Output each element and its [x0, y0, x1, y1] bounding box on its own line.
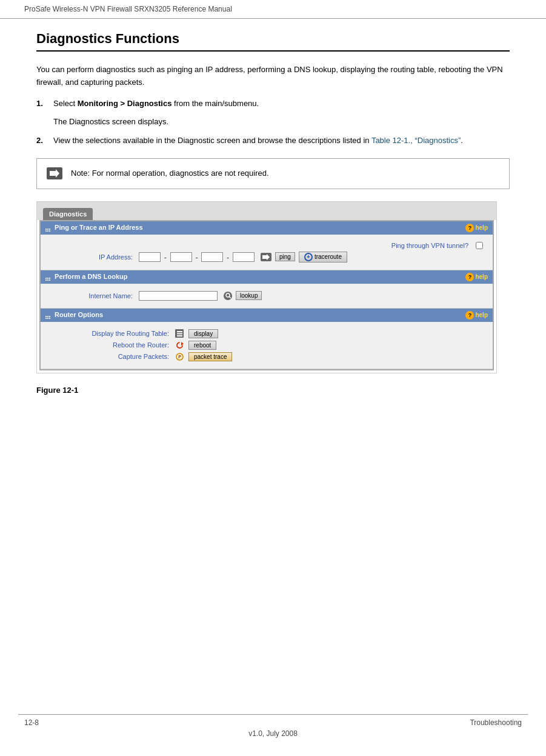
footer-left: 12-8 — [24, 718, 39, 727]
page-header: ProSafe Wireless-N VPN Firewall SRXN3205… — [0, 0, 546, 19]
display-table-icon — [175, 329, 184, 338]
header-title: ProSafe Wireless-N VPN Firewall SRXN3205… — [24, 5, 232, 13]
section2-body: Internet Name: lookup — [41, 284, 493, 309]
ip-octet-3[interactable] — [201, 252, 223, 262]
internet-name-label: Internet Name: — [50, 292, 135, 299]
note-icon — [47, 167, 62, 179]
section1-help[interactable]: ? help — [465, 224, 488, 232]
display-button[interactable]: display — [188, 329, 218, 338]
section2-help-icon: ? — [465, 273, 474, 281]
packet-trace-button[interactable]: packet trace — [188, 352, 232, 361]
svg-rect-6 — [177, 335, 182, 336]
section1-header: Ping or Trace an IP Address ? help — [41, 221, 493, 235]
section1-title: Ping or Trace an IP Address — [45, 224, 143, 232]
internet-name-row: Internet Name: lookup — [50, 291, 483, 301]
svg-line-3 — [229, 296, 231, 298]
step-1-content: Select Monitoring > Diagnostics from the… — [53, 98, 510, 110]
routing-table-label: Display the Routing Table: — [50, 330, 171, 337]
section1-dots-icon — [45, 229, 50, 232]
step-1: 1. Select Monitoring > Diagnostics from … — [36, 98, 510, 110]
ip-octet-2[interactable] — [170, 252, 192, 262]
ip-address-row: IP Address: - - - ping — [50, 252, 483, 263]
figure-caption: Figure 12-1 — [36, 386, 510, 395]
diagnostics-panel: Ping or Trace an IP Address ? help Ping … — [39, 220, 494, 370]
internet-name-input[interactable] — [139, 291, 218, 301]
routing-table-row: Display the Routing Table: display — [50, 329, 483, 338]
section1-help-icon: ? — [465, 224, 474, 232]
step-2-link[interactable]: Table 12-1., “Diagnostics” — [371, 136, 461, 145]
note-box: Note: For normal operation, diagnostics … — [36, 158, 510, 189]
diagnostics-screenshot: Diagnostics Ping or Trace an IP Address … — [36, 201, 497, 373]
reboot-label: Reboot the Router: — [50, 341, 171, 349]
svg-rect-4 — [177, 331, 182, 332]
page-content: Diagnostics Functions You can perform di… — [0, 19, 546, 441]
section2-help[interactable]: ? help — [465, 273, 488, 281]
section2-dots-icon — [45, 278, 50, 281]
capture-label: Capture Packets: — [50, 353, 171, 360]
packet-icon: P — [175, 352, 184, 361]
lookup-search-icon — [224, 292, 232, 300]
lookup-button[interactable]: lookup — [236, 291, 262, 300]
section3-body: Display the Routing Table: display Reboo… — [41, 322, 493, 369]
traceroute-button[interactable]: + traceroute — [299, 252, 347, 263]
traceroute-icon: + — [304, 253, 313, 261]
svg-rect-5 — [177, 333, 182, 334]
ping-arrow-icon — [261, 253, 271, 261]
section3-dots-icon — [45, 316, 50, 319]
footer-center: v1.0, July 2008 — [248, 729, 298, 738]
ip-octet-4[interactable] — [233, 252, 255, 262]
svg-marker-1 — [262, 254, 270, 260]
capture-packets-row: Capture Packets: P packet trace — [50, 352, 483, 361]
footer: 12-8 Troubleshooting v1.0, July 2008 — [0, 714, 546, 738]
section3-header: Router Options ? help — [41, 309, 493, 322]
step-2-num: 2. — [36, 135, 48, 147]
step-2-content: View the selections available in the Dia… — [53, 135, 510, 147]
step-1-num: 1. — [36, 98, 48, 110]
section3-help-icon: ? — [465, 311, 474, 319]
section3-title: Router Options — [45, 311, 103, 319]
step-2: 2. View the selections available in the … — [36, 135, 510, 147]
section1-body: Ping through VPN tunnel? IP Address: - -… — [41, 235, 493, 270]
section3-help[interactable]: ? help — [465, 311, 488, 319]
footer-right: Troubleshooting — [470, 718, 522, 727]
section2-header: Perform a DNS Lookup ? help — [41, 270, 493, 284]
vpn-label: Ping through VPN tunnel? — [50, 242, 472, 249]
section2-title: Perform a DNS Lookup — [45, 273, 127, 281]
vpn-tunnel-row: Ping through VPN tunnel? — [50, 242, 483, 249]
diagnostics-tab: Diagnostics — [43, 208, 93, 220]
reboot-row: Reboot the Router: reboot — [50, 341, 483, 350]
reboot-icon — [175, 341, 184, 349]
reboot-button[interactable]: reboot — [188, 341, 216, 350]
ip-label: IP Address: — [50, 253, 135, 261]
svg-marker-7 — [181, 342, 184, 346]
chapter-title: Diagnostics Functions — [36, 31, 510, 52]
step-1-sub: The Diagnostics screen displays. — [53, 116, 510, 129]
ping-button[interactable]: ping — [275, 252, 295, 261]
svg-text:P: P — [178, 355, 181, 359]
step-1-bold: Monitoring > Diagnostics — [78, 99, 172, 108]
ip-octet-1[interactable] — [139, 252, 161, 262]
note-text: Note: For normal operation, diagnostics … — [71, 167, 269, 180]
intro-paragraph: You can perform diagnostics such as ping… — [36, 64, 510, 89]
svg-marker-0 — [50, 169, 59, 178]
vpn-tunnel-checkbox[interactable] — [476, 242, 483, 249]
